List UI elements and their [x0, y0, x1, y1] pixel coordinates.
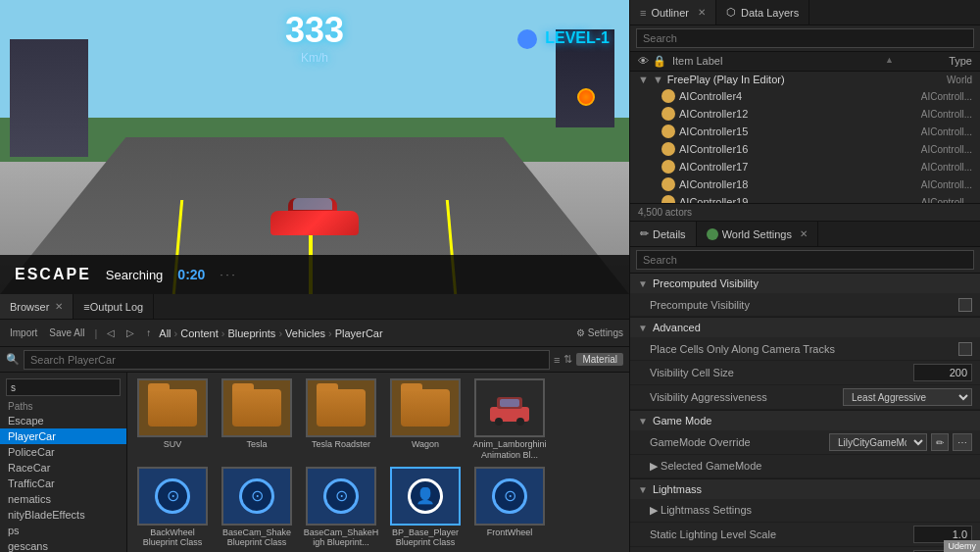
tab-world-settings-label: World Settings [722, 228, 792, 240]
gamemode-edit-btn[interactable]: ✏ [931, 433, 949, 451]
outliner-list: ▼ ▼ FreePlay (Play In Editor) World AICo… [630, 72, 980, 203]
details-search-input[interactable] [636, 250, 974, 270]
lightmass-settings-arrow[interactable]: ▶ [650, 504, 661, 516]
breadcrumb-playercar[interactable]: PlayerCar [335, 327, 383, 339]
row-place-cells: Place Cells Only Along Camera Tracks [630, 337, 980, 361]
tab-data-layers-label: Data Layers [741, 7, 799, 19]
sidebar-item-ps[interactable]: ps [0, 523, 126, 538]
tab-output-log[interactable]: ≡ Output Log [74, 294, 154, 319]
section-arrow-game-mode: ▼ [638, 416, 648, 427]
sidebar-search-input[interactable] [6, 378, 121, 396]
label-selected-gamemode: ▶ Selected GameMode [650, 460, 972, 473]
sidebar-item-nematics[interactable]: nematics [0, 491, 126, 507]
outliner-actor-row-5[interactable]: AIController18 AIControll... [630, 176, 980, 193]
section-header-precomputed[interactable]: ▼ Precomputed Visibility [630, 274, 980, 293]
section-header-lightmass[interactable]: ▼ Lightmass [630, 479, 980, 499]
asset-basecam-shake[interactable]: ⊙ BaseCam_Shake Blueprint Class [218, 467, 296, 549]
settings-button[interactable]: ⚙ Settings [576, 327, 623, 338]
asset-bp-base-player[interactable]: 👤 BP_Base_Player Blueprint Class [386, 467, 465, 549]
folder-tesla[interactable]: Tesla [218, 378, 296, 461]
nav-up-button[interactable]: ↑ [142, 326, 155, 340]
outliner-search-input[interactable] [636, 28, 974, 48]
value-precompute-visibility [958, 298, 972, 312]
actor-icon-3 [662, 142, 675, 156]
outliner-actor-row-0[interactable]: AIController4 AIControll... [630, 87, 980, 105]
select-visibility-aggressiveness[interactable]: Least Aggressive Moderately Aggressive M… [843, 388, 972, 406]
col-label-header: Item Label [672, 55, 883, 68]
checkbox-precompute-visibility[interactable] [958, 298, 972, 312]
save-all-button[interactable]: Save All [45, 326, 88, 340]
world-type: World [894, 75, 972, 85]
gamemode-browse-btn[interactable]: ⋯ [953, 433, 972, 451]
nav-forward-button[interactable]: ▷ [122, 326, 138, 340]
label-precompute-visibility: Precompute Visibility [650, 299, 958, 311]
asset-basecam-shakehigh[interactable]: ⊙ BaseCam_ShakeHigh Blueprint... [302, 467, 380, 549]
content-search-input[interactable] [24, 350, 550, 370]
tab-browser-close[interactable]: ✕ [55, 301, 63, 312]
outliner-actor-row-4[interactable]: AIController17 AIControll... [630, 158, 980, 176]
tab-world-settings[interactable]: World Settings ✕ [697, 222, 818, 246]
view-options-icon[interactable]: ≡ [554, 354, 560, 366]
import-button[interactable]: Import [6, 326, 41, 340]
checkbox-place-cells[interactable] [958, 342, 972, 356]
selected-gamemode-arrow[interactable]: ▶ [650, 460, 661, 472]
breadcrumb-blueprints[interactable]: Blueprints [227, 327, 275, 339]
eye-icon[interactable]: 👁 [638, 55, 649, 68]
sidebar-item-escape[interactable]: Escape [0, 413, 126, 428]
asset-anim-lamborghini[interactable]: Anim_Lamborghini Animation Bl... [470, 378, 549, 461]
section-label-lightmass: Lightmass [653, 483, 702, 495]
sidebar-item-gescans[interactable]: gescans [0, 538, 126, 552]
outliner-actor-row-6[interactable]: AIController19 AIControll... [630, 193, 980, 203]
input-visibility-cell-size[interactable] [913, 364, 972, 381]
folder-suv[interactable]: SUV [133, 378, 212, 461]
section-header-game-mode[interactable]: ▼ Game Mode [630, 411, 980, 430]
breadcrumb-all[interactable]: All [159, 327, 171, 339]
tab-details[interactable]: ✏ Details [630, 222, 697, 246]
outliner-actor-row-1[interactable]: AIController12 AIControll... [630, 105, 980, 123]
nav-back-button[interactable]: ◁ [103, 326, 119, 340]
tab-outliner-close[interactable]: ✕ [698, 7, 706, 18]
section-label-precomputed: Precomputed Visibility [653, 277, 759, 289]
sidebar-item-racecar[interactable]: RaceCar [0, 460, 126, 476]
row-precompute-visibility: Precompute Visibility [630, 293, 980, 317]
sidebar-item-playercar[interactable]: PlayerCar [0, 428, 126, 444]
svg-point-4 [516, 418, 524, 426]
breadcrumb: All › Content › Blueprints › Vehicles › … [159, 327, 572, 339]
section-header-advanced[interactable]: ▼ Advanced [630, 318, 980, 337]
value-place-cells [958, 342, 972, 356]
sidebar-item-trafficcar[interactable]: TrafficCar [0, 476, 126, 491]
details-pencil-icon: ✏ [640, 227, 649, 240]
tab-browser[interactable]: Browser ✕ [0, 294, 74, 319]
section-arrow-lightmass: ▼ [638, 484, 648, 495]
folder-tesla-roadster[interactable]: Tesla Roadster [302, 378, 380, 461]
section-advanced: ▼ Advanced Place Cells Only Along Camera… [630, 318, 980, 411]
outliner-actor-row-2[interactable]: AIController15 AIControll... [630, 123, 980, 140]
outliner-header: 👁 🔒 Item Label ▲ Type [630, 52, 980, 72]
breadcrumb-vehicles[interactable]: Vehicles [285, 327, 325, 339]
folder-wagon[interactable]: Wagon [386, 378, 465, 461]
tab-world-settings-close[interactable]: ✕ [800, 228, 808, 239]
asset-backwheel[interactable]: ⊙ BackWheel Blueprint Class [133, 467, 212, 549]
col-type-header: Type [894, 55, 972, 68]
sidebar-item-nitybladeeffects[interactable]: nityBladeEffects [0, 507, 126, 523]
tab-output-log-label: Output Log [90, 301, 143, 313]
select-gamemode-override[interactable]: LilyCityGameMode [829, 433, 927, 451]
outliner-search-container [630, 25, 980, 52]
outliner-icon: ≡ [640, 7, 646, 19]
filter-tag-material[interactable]: Material [576, 353, 623, 366]
lock-icon[interactable]: 🔒 [653, 55, 666, 68]
level-icon [517, 29, 537, 49]
outliner-actor-row-3[interactable]: AIController16 AIControll... [630, 140, 980, 158]
world-item[interactable]: ▼ ▼ FreePlay (Play In Editor) World [630, 72, 980, 87]
tab-outliner-label: Outliner [651, 7, 689, 19]
sort-icon[interactable]: ⇅ [564, 353, 572, 366]
asset-frontwheel[interactable]: ⊙ FrontWheel [470, 467, 549, 549]
row-selected-gamemode: ▶ Selected GameMode [630, 455, 980, 478]
car-window [293, 198, 332, 210]
tab-data-layers[interactable]: ⬡ Data Layers [716, 0, 809, 25]
world-expand2: ▼ [653, 74, 663, 85]
tab-outliner[interactable]: ≡ Outliner ✕ [630, 0, 716, 25]
breadcrumb-content[interactable]: Content [180, 327, 219, 339]
sidebar-item-policecar[interactable]: PoliceCar [0, 444, 126, 460]
toolbar-divider: | [94, 327, 97, 339]
